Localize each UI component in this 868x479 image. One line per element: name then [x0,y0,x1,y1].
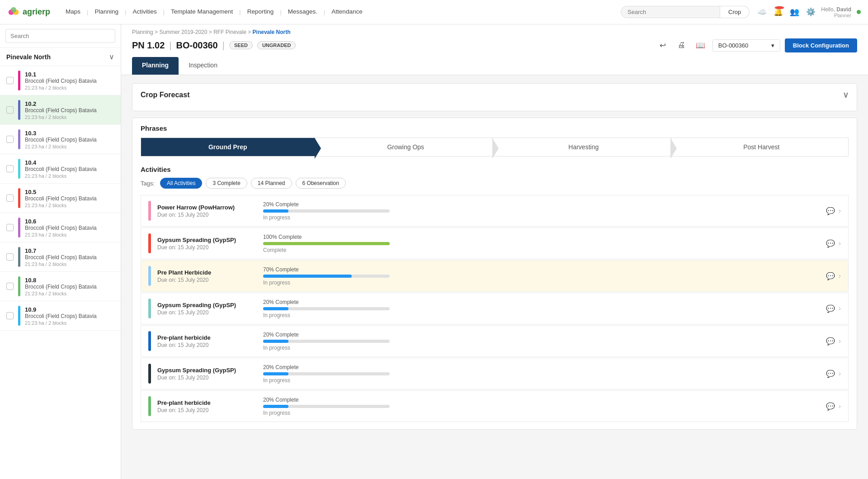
breadcrumb-planning[interactable]: Planning [132,29,153,35]
activity-color-bar [148,331,151,351]
logo[interactable]: agrierp [7,6,50,19]
phase-step-growing-ops[interactable]: Growing Ops [315,138,493,157]
crop-forecast-chevron[interactable]: ∨ [843,90,849,100]
nav-messages[interactable]: Messages. [282,0,324,24]
activity-expand-icon[interactable]: › [839,272,841,280]
activity-expand-icon[interactable]: › [839,337,841,345]
topnav-menu: Maps | Planning | Activities | Template … [59,0,621,24]
user-info: Hello, David Planner [821,6,851,18]
contacts-icon[interactable]: 👥 [789,7,799,17]
activity-expand-icon[interactable]: › [839,402,841,410]
breadcrumb-season[interactable]: Summer 2019-2020 [159,29,207,35]
tag-btn-3-complete[interactable]: 3 Complete [206,178,247,189]
sidebar-item-checkbox[interactable] [6,165,14,172]
sidebar-item-10-6[interactable]: 10.6 Broccoli (Field Crops) Batavia 21:2… [0,213,121,242]
activity-row-1[interactable]: Gypsum Spreading (GypSP) Due on: 15 July… [141,228,849,259]
activity-row-5[interactable]: Gypsum Spreading (GypSP) Due on: 15 July… [141,358,849,389]
activity-comment-icon[interactable]: 💬 [826,272,835,280]
sidebar-item-checkbox[interactable] [6,312,14,319]
activity-row-2[interactable]: Pre Plant Herbicide Due on: 15 July 2020… [141,260,849,292]
sidebar-search-input[interactable] [5,29,115,43]
sidebar-item-checkbox[interactable] [6,106,14,114]
sidebar-item-info: 10.8 Broccoli (Field Crops) Batavia 21:2… [25,277,114,296]
block-code: BO-00360 [176,40,217,51]
bookmark-icon[interactable]: 📖 [693,38,708,52]
activity-row-4[interactable]: Pre-plant herbicide Due on: 15 July 2020… [141,325,849,357]
block-config-button[interactable]: Block Configuration [785,38,857,52]
sidebar-item-checkbox[interactable] [6,283,14,290]
activity-name: Power Harrow (PowHarrow) [157,204,257,211]
topnav-search-input[interactable] [627,9,713,15]
activity-comment-icon[interactable]: 💬 [826,370,835,378]
activity-row-0[interactable]: Power Harrow (PowHarrow) Due on: 15 July… [141,195,849,227]
breadcrumb-pinevale[interactable]: Pinevale North [253,29,291,35]
sidebar-item-10-3[interactable]: 10.3 Broccoli (Field Crops) Batavia 21:2… [0,125,121,154]
activity-progress-label: 20% Complete [263,299,820,305]
topnav-icons: ☁️ 🔔 👥 ⚙️ [757,7,816,17]
sidebar-item-number: 10.8 [25,277,114,284]
sidebar-item-checkbox[interactable] [6,253,14,261]
nav-planning[interactable]: Planning [88,0,125,24]
nav-attendance[interactable]: Attendance [325,0,368,24]
activity-comment-icon[interactable]: 💬 [826,239,835,248]
phase-step-ground-prep[interactable]: Ground Prep [141,138,315,157]
sidebar-item-meta: 21:23 ha / 2 blocks [25,291,114,296]
tag-btn-14-planned[interactable]: 14 Planned [251,178,292,189]
phase-step-harvesting[interactable]: Harvesting [493,138,671,157]
activity-comment-icon[interactable]: 💬 [826,207,835,215]
topnav-search-box[interactable] [621,6,720,18]
sidebar-item-10-2[interactable]: 10.2 Broccoli (Field Crops) Batavia 21:2… [0,95,121,125]
sidebar-item-10-5[interactable]: 10.5 Broccoli (Field Crops) Batavia 21:2… [0,184,121,213]
tag-btn-all-activities[interactable]: All Activities [160,178,202,189]
activity-status: In progress [263,410,820,416]
share-icon[interactable]: ↩ [656,38,670,52]
sidebar-item-checkbox[interactable] [6,136,14,143]
activity-expand-icon[interactable]: › [839,207,841,215]
settings-icon[interactable]: ⚙️ [806,7,816,17]
sidebar-item-meta: 21:23 ha / 2 blocks [25,144,114,149]
sidebar-item-name: Broccoli (Field Crops) Batavia [25,313,114,319]
phase-step-post-harvest[interactable]: Post Harvest [671,138,849,157]
sidebar-item-color-bar [18,159,20,179]
activity-row-6[interactable]: Pre-plant herbicide Due on: 15 July 2020… [141,390,849,422]
block-selector[interactable]: BO-000360 ▾ [712,39,780,52]
sidebar-item-checkbox[interactable] [6,194,14,202]
sidebar-item-10-9[interactable]: 10.9 Broccoli (Field Crops) Batavia 21:2… [0,301,121,331]
sidebar-item-checkbox[interactable] [6,224,14,231]
nav-reporting[interactable]: Reporting [241,0,280,24]
activity-info: Pre-plant herbicide Due on: 15 July 2020 [157,399,257,413]
sidebar-item-10-8[interactable]: 10.8 Broccoli (Field Crops) Batavia 21:2… [0,272,121,301]
nav-maps[interactable]: Maps [59,0,87,24]
sidebar-item-10-4[interactable]: 10.4 Broccoli (Field Crops) Batavia 21:2… [0,154,121,184]
activity-progress-bar [263,275,390,278]
activity-comment-icon[interactable]: 💬 [826,337,835,346]
tab-planning[interactable]: Planning [132,57,179,75]
tag-btn-6-obeservation[interactable]: 6 Obeservation [296,178,346,189]
logo-text: agrierp [23,7,50,17]
print-icon[interactable]: 🖨 [675,38,689,52]
activity-row-3[interactable]: Gypsum Spreading (GypSP) Due on: 15 July… [141,293,849,324]
topnav-crop-button[interactable]: Crop [720,6,750,18]
activity-info: Gypsum Spreading (GypSP) Due on: 15 July… [157,237,257,251]
sidebar-item-10-1[interactable]: 10.1 Broccoli (Field Crops) Batavia 21:2… [0,66,121,95]
activity-expand-icon[interactable]: › [839,239,841,247]
activity-name: Pre-plant herbicide [157,399,257,406]
weather-icon[interactable]: ☁️ [757,7,767,17]
tags-container: All Activities3 Complete14 Planned6 Obes… [160,178,346,189]
activity-comment-icon[interactable]: 💬 [826,304,835,313]
notifications-icon[interactable]: 🔔 [773,7,783,17]
sidebar-item-10-7[interactable]: 10.7 Broccoli (Field Crops) Batavia 21:2… [0,242,121,272]
activity-progress-fill [263,340,288,343]
breadcrumb-rff[interactable]: RFF Pinevale [213,29,246,35]
activity-comment-icon[interactable]: 💬 [826,402,835,411]
activity-expand-icon[interactable]: › [839,304,841,313]
activity-expand-icon[interactable]: › [839,370,841,378]
sidebar-item-checkbox[interactable] [6,77,14,84]
sidebar-collapse-icon[interactable]: ∨ [109,52,114,61]
nav-template[interactable]: Template Management [165,0,239,24]
sidebar-item-color-bar [18,247,20,267]
nav-activities[interactable]: Activities [126,0,163,24]
tab-inspection[interactable]: Inspection [179,57,227,75]
sidebar-item-number: 10.4 [25,159,114,166]
sidebar-item-info: 10.9 Broccoli (Field Crops) Batavia 21:2… [25,306,114,326]
